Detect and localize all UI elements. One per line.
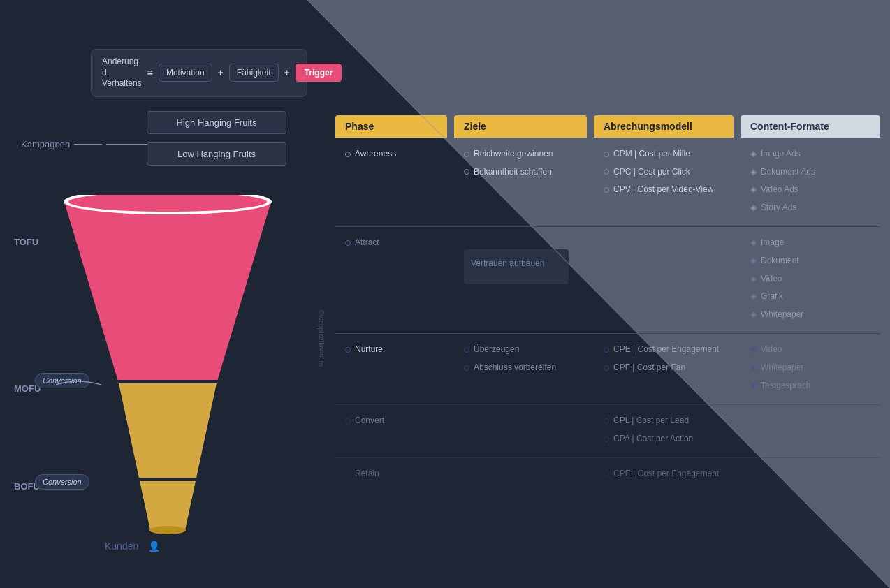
header-ziele: Ziele	[454, 115, 587, 138]
content-nurture: ◈ Video ◈ Whitepaper ◈ Testgespräch	[741, 334, 880, 404]
funnel-container: TOFU MOFU BOFU MQL	[63, 195, 328, 546]
c2-text: Dokument Ads	[761, 165, 815, 180]
tofu-label: TOFU	[14, 237, 38, 247]
content-convert	[741, 405, 880, 457]
nc1: Video	[761, 342, 782, 358]
fogg-faehigkeit: Fähigkeit	[229, 64, 279, 82]
c1-text: Image Ads	[761, 147, 801, 162]
table-row-awareness: Awareness Reichweite gewinnen Bekannthei…	[335, 138, 880, 226]
radio-z1	[464, 152, 469, 157]
n2-text: Abschluss vorbereiten	[474, 360, 556, 376]
na2-text: CPF | Cost per Fan	[613, 360, 685, 376]
ziele-nurture: Überzeugen Abschluss vorbereiten	[454, 334, 587, 404]
conversion-arrow-1	[56, 378, 112, 392]
fogg-plus2: +	[284, 67, 290, 78]
radio-ca	[604, 436, 609, 442]
radio-a2	[604, 169, 609, 175]
radio-a1	[604, 152, 609, 157]
fogg-equals: =	[147, 67, 153, 78]
c4-text: Story Ads	[761, 200, 796, 216]
attract-text: Attract	[355, 235, 379, 251]
a1-text: CPM | Cost per Mille	[613, 147, 690, 162]
funnel-svg: MQL SQL	[63, 195, 272, 544]
content-retain	[741, 458, 880, 499]
kunden-label: Kunden 👤	[105, 541, 160, 552]
retain-text: Retain	[355, 466, 379, 482]
att-c3: Video	[761, 272, 782, 287]
header-phase: Phase	[335, 115, 447, 138]
copyright: ©webpixelkonsum	[317, 310, 325, 367]
cl-text: CPL | Cost per Lead	[613, 413, 689, 429]
kampagnen-line	[74, 144, 102, 145]
hanging-fruits: High Hanging Fruits Low Hanging Fruits	[147, 111, 286, 166]
re1-text: CPE | Cost per Engagement	[613, 466, 719, 482]
abrechnung-convert: CPL | Cost per Lead CPA | Cost per Actio…	[594, 405, 734, 457]
radio-cl	[604, 418, 609, 424]
table-row-nurture: Nurture Überzeugen Abschluss vorbereiten…	[335, 333, 880, 404]
radio-awareness	[345, 152, 351, 157]
fogg-label: Änderung d. Verhaltens	[102, 57, 142, 89]
abrechnung-nurture: CPE | Cost per Engagement CPF | Cost per…	[594, 334, 734, 404]
a3-text: CPV | Cost per Video-View	[613, 182, 713, 198]
phase-awareness: Awareness	[335, 138, 447, 226]
att-c2: Dokument	[761, 253, 799, 269]
header-content: Content-Formate	[741, 115, 880, 138]
abrechnung-retain: CPE | Cost per Engagement	[594, 458, 734, 499]
table-row-convert: Convert CPL | Cost per Lead CPA | Cost p…	[335, 404, 880, 457]
table-row-retain: Retain CPE | Cost per Engagement	[335, 457, 880, 499]
table-row-attract: Attract Vertrauen aufbauen ◈ Image ◈ Dok…	[335, 226, 880, 333]
nurture-text: Nurture	[355, 342, 383, 358]
ziele-retain	[454, 458, 587, 499]
fogg-motivation: Motivation	[159, 64, 212, 82]
radio-convert	[345, 418, 351, 424]
kunden-text: Kunden	[105, 541, 138, 552]
radio-retain	[345, 471, 351, 477]
conversion-text-2: Conversion	[43, 478, 82, 486]
fogg-plus1: +	[218, 67, 224, 78]
ca-text: CPA | Cost per Action	[613, 432, 693, 447]
content-awareness: ◈ Image Ads ◈ Dokument Ads ◈ Video Ads ◈…	[741, 138, 880, 226]
fogg-trigger: Trigger	[296, 64, 342, 82]
radio-n1	[464, 347, 469, 353]
phase-attract: Attract	[335, 227, 447, 333]
att-c5: Whitepaper	[761, 307, 803, 323]
na1-text: CPE | Cost per Engagement	[613, 342, 719, 358]
a2-text: CPC | Cost per Click	[613, 165, 690, 180]
awareness-text: Awareness	[355, 147, 396, 162]
svg-point-8	[149, 526, 186, 534]
ziele-convert	[454, 405, 587, 457]
phase-nurture: Nurture	[335, 334, 447, 404]
kampagnen-text: Kampagnen	[21, 139, 70, 149]
n1-text: Überzeugen	[474, 342, 519, 358]
c3-text: Video Ads	[761, 182, 798, 198]
convert-text: Convert	[355, 413, 384, 429]
att-c1: Image	[761, 235, 784, 251]
high-hanging-fruits: High Hanging Fruits	[147, 111, 286, 134]
header-abrechnung: Abrechungsmodell	[594, 115, 734, 138]
conversion-badge-2: Conversion	[35, 474, 89, 490]
table-headers: Phase Ziele Abrechungsmodell Content-For…	[335, 115, 880, 138]
att-c4: Grafik	[761, 289, 783, 304]
abrechnung-awareness: CPM | Cost per Mille CPC | Cost per Clic…	[594, 138, 734, 226]
z2-text: Bekanntheit schaffen	[474, 165, 552, 180]
ziele-attract: Vertrauen aufbauen	[454, 227, 587, 333]
radio-nurture	[345, 347, 351, 353]
radio-attract	[345, 240, 351, 246]
phase-retain: Retain	[335, 458, 447, 499]
radio-z2	[464, 169, 469, 175]
attract-ziele-text: Vertrauen aufbauen	[471, 258, 544, 268]
nc2: Whitepaper	[761, 360, 803, 376]
low-hanging-fruits: Low Hanging Fruits	[147, 142, 286, 166]
right-section: Phase Ziele Abrechungsmodell Content-For…	[335, 115, 880, 499]
phase-convert: Convert	[335, 405, 447, 457]
radio-na1	[604, 347, 609, 353]
left-section: Änderung d. Verhaltens = Motivation + Fä…	[21, 49, 328, 546]
z1-text: Reichweite gewinnen	[474, 147, 553, 162]
abrechnung-attract	[594, 227, 734, 333]
fogg-formula: Änderung d. Verhaltens = Motivation + Fä…	[91, 49, 307, 97]
radio-re1	[604, 471, 609, 477]
radio-na2	[604, 365, 609, 371]
ziele-awareness: Reichweite gewinnen Bekanntheit schaffen	[454, 138, 587, 226]
content-attract: ◈ Image ◈ Dokument ◈ Video ◈ Grafik ◈	[741, 227, 880, 333]
nc3: Testgespräch	[761, 378, 810, 394]
